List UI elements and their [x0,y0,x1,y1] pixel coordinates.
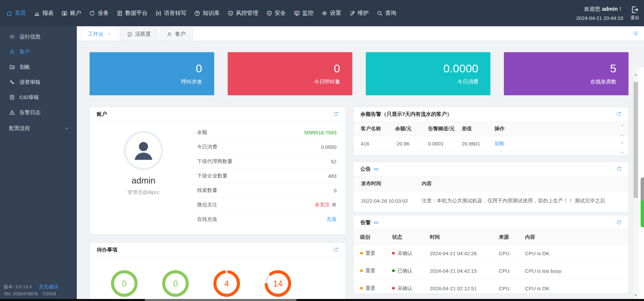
alarm-time: 2024-04-21 04:42:15 [430,268,499,274]
column-header: 状态 [392,234,430,240]
status-dot-icon [392,269,395,272]
status-dot-icon [392,287,395,290]
card-icon [61,10,68,16]
tab-label: 客户 [175,31,186,38]
tab-customer[interactable]: 客户 [160,27,193,41]
value-text: 0.0000 [321,144,336,150]
refresh-icon[interactable] [616,166,622,172]
cell: 416 [361,141,395,146]
account-row-label: 下级企业数量 [197,173,227,179]
stat-card-2[interactable]: 0.0000今日消费 [366,52,490,95]
doc-icon [9,94,15,100]
sidebar-item-label: CID审核 [20,94,39,101]
edge-slider[interactable] [641,177,644,227]
sidebar-group-config-flow[interactable]: 配置流程 [0,121,77,136]
person-icon [167,32,172,37]
sidebar-item-cid-audit[interactable]: CID审核 [0,90,77,105]
sidebar-item-transfer[interactable]: 划账 [0,60,77,74]
sidebar-item-customer[interactable]: 客户 [0,44,77,59]
value-text[interactable]: 充值 [326,216,336,223]
sidebar-item-alarm-log[interactable]: 告警日志 [0,105,77,120]
table-header: 发布时间内容 [354,176,628,191]
top-navbar: 首页报表账户业务数据平台语音转写知识库风控管理安全监控设置维护查询 欢迎您 ad… [0,0,644,26]
nav-item-maintenance[interactable]: 维护 [349,9,369,17]
nav-item-label: 风控管理 [236,9,258,17]
todo-rings: 0充值审核 »0语音审核 »4划账审核 »14CID审核 » [90,257,345,301]
scroll-down-icon[interactable] [620,151,624,155]
sidebar-item-runtime-info[interactable]: 运行信息 [0,29,77,44]
column-header: 来源 [499,234,525,240]
value-text: 0 [334,188,336,193]
alarm-table: 级别状态时间来源内容重要未确认2024-04-21 04:42:26CPUCPU… [354,230,628,294]
refresh-icon[interactable] [616,111,622,117]
link-icon[interactable] [373,220,379,226]
nav-item-knowledge-base[interactable]: 知识库 [194,9,220,17]
stat-card-value: 0 [196,62,202,75]
scroll-up-icon[interactable] [634,73,638,77]
balance-alert-table: 客户名称余额/元告警阈值/元差值操作416-20.960.000120.9601… [354,122,628,152]
nav-item-business[interactable]: 业务 [89,9,109,17]
nav-item-label: 数据平台 [125,9,148,17]
horizontal-scrollbar[interactable] [0,299,644,301]
stat-card-value: 0 [334,62,340,75]
status-text: 未确认 [397,285,413,291]
logout-button[interactable]: 退出 [626,5,644,21]
nav-item-data-platform[interactable]: 数据平台 [117,9,148,17]
refresh-icon[interactable] [333,111,339,117]
scroll-down-icon[interactable] [634,293,638,298]
account-row-value[interactable]: 充值 [326,216,336,223]
nav-item-monitor[interactable]: 监控 [294,9,314,17]
left-column: 账户 admin 管理员@dipcc 余额5099518.7593今日消费0.0… [90,107,346,301]
column-header: 级别 [360,234,392,240]
stat-cards: 0呼叫并发0今日呼叫量0.0000今日消费5在线坐席数 [90,52,629,95]
value-text: 5099518.7593 [304,130,336,135]
nav-item-transcription[interactable]: 语音转写 [155,9,186,17]
todo-ring-1: 0语音审核 » [161,269,190,301]
todo-ring-0: 0充值审核 » [109,269,139,301]
vertical-scrollbar[interactable] [633,67,639,299]
nav-item-label: 首页 [15,9,26,17]
stat-card-1[interactable]: 0今日呼叫量 [228,52,352,95]
account-detail-list: 余额5099518.7593今日消费0.0000下级代理商数量52下级企业数量4… [197,122,345,234]
sidebar-item-voice-audit[interactable]: 语音审核 [0,75,77,90]
list-icon[interactable] [632,30,639,37]
link-icon[interactable] [373,166,379,172]
nav-item-risk-control[interactable]: 风控管理 [227,9,258,17]
scroll-up-icon[interactable] [620,141,624,145]
scroll-down-icon[interactable] [620,133,624,137]
feedback-link[interactable]: 意见/建议 [39,284,59,289]
account-row-value: 52 [331,159,336,164]
nav-item-account[interactable]: 账户 [61,9,81,17]
value-text: 未关注 [315,202,330,208]
table-row: 重要未确认2024-04-21 04:42:26CPUCPU is OK [354,245,628,262]
horizontal-scrollbar-thumb[interactable] [145,299,296,301]
cell: 0.0001 [428,141,462,146]
nav-item-query[interactable]: 查询 [377,9,396,17]
scrollbar-thumb[interactable] [634,82,638,198]
doc-icon [117,10,123,16]
close-icon[interactable] [107,32,111,36]
todo-count: 0 [110,269,138,298]
nav-item-security[interactable]: 安全 [266,9,286,17]
transfer-link[interactable]: 划账 [494,140,613,147]
tab-workbench[interactable]: 工作台 [81,27,118,41]
scroll-up-icon[interactable] [620,123,624,127]
profile-block: admin 管理员@dipcc [90,122,197,234]
tab-activity[interactable]: 活跃度 [120,27,158,41]
nav-item-home[interactable]: 首页 [6,9,26,17]
tab-label: 工作台 [88,31,104,38]
stat-card-0[interactable]: 0呼叫并发 [90,52,214,95]
copyright-text: ©2024 [42,291,56,296]
stat-card-label: 今日呼叫量 [314,78,341,86]
stat-card-3[interactable]: 5在线坐席数 [504,52,629,95]
person-icon [131,138,156,163]
todo-count: 4 [213,269,241,298]
nav-item-settings[interactable]: 设置 [321,9,341,17]
account-row: 下级代理商数量52 [197,154,336,169]
refresh-icon[interactable] [333,247,339,253]
alarm-time: 2024-04-21 02:12:51 [430,286,499,291]
nav-item-report[interactable]: 报表 [34,9,54,17]
account-role: 管理员@dipcc [127,189,159,196]
refresh-icon[interactable] [616,220,622,226]
account-panel: 账户 admin 管理员@dipcc 余额5099518.7593今日消费0.0… [90,107,346,234]
